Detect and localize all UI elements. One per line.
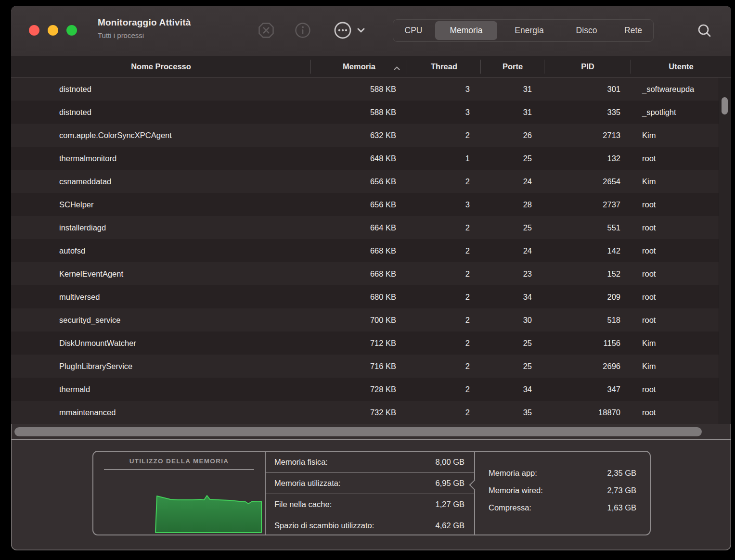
cell-memory: 656 KB xyxy=(311,193,407,216)
horizontal-scrollbar-track[interactable] xyxy=(11,424,731,439)
table-row[interactable]: thermald728 KB234347root xyxy=(11,378,731,401)
column-header-pid[interactable]: PID xyxy=(544,56,631,77)
tab-disco[interactable]: Disco xyxy=(560,20,613,41)
stat-value: 1,27 GB xyxy=(435,500,464,509)
cell-user: Kim xyxy=(631,170,731,193)
title-block: Monitoraggio Attività Tutti i processi xyxy=(98,17,191,39)
table-row[interactable]: securityd_service700 KB230518root xyxy=(11,308,731,331)
cell-user: root xyxy=(631,193,731,216)
cell-ports: 23 xyxy=(481,262,544,285)
view-segmented-control: CPU Memoria Energia Disco Rete xyxy=(393,19,654,42)
column-header-nome-processo[interactable]: Nome Processo xyxy=(11,56,311,77)
table-row[interactable]: SCHelper656 KB3282737root xyxy=(11,193,731,216)
cell-user: root xyxy=(631,216,731,239)
table-row[interactable]: com.apple.ColorSyncXPCAgent632 KB2262713… xyxy=(11,124,731,147)
cell-ports: 25 xyxy=(481,216,544,239)
column-header-porte[interactable]: Porte xyxy=(481,56,544,77)
cell-threads: 2 xyxy=(407,216,481,239)
cell-user: root xyxy=(631,239,731,262)
close-button[interactable] xyxy=(29,25,39,36)
titlebar[interactable]: Monitoraggio Attività Tutti i processi xyxy=(11,6,731,56)
cell-name: PlugInLibraryService xyxy=(11,355,311,378)
cell-memory: 668 KB xyxy=(311,239,407,262)
cell-memory: 728 KB xyxy=(311,378,407,401)
tab-energia[interactable]: Energia xyxy=(499,20,560,41)
zoom-button[interactable] xyxy=(66,25,77,36)
cell-threads: 2 xyxy=(407,355,481,378)
tab-cpu[interactable]: CPU xyxy=(393,20,434,41)
breakdown-value: 1,63 GB xyxy=(607,503,636,512)
table-row[interactable]: csnameddatad656 KB2242654Kim xyxy=(11,170,731,193)
stat-row-file-cache: File nella cache: 1,27 GB xyxy=(266,494,474,515)
table-row[interactable]: thermalmonitord648 KB125132root xyxy=(11,147,731,170)
stat-value: 8,00 GB xyxy=(435,458,464,467)
cell-pid: 518 xyxy=(544,308,631,331)
stat-label: Memoria fisica: xyxy=(274,458,328,467)
tab-rete[interactable]: Rete xyxy=(613,20,653,41)
table-row[interactable]: distnoted588 KB331335_spotlight xyxy=(11,101,731,124)
cell-memory: 668 KB xyxy=(311,262,407,285)
cell-threads: 2 xyxy=(407,170,481,193)
stat-label: File nella cache: xyxy=(274,500,332,509)
cell-name: securityd_service xyxy=(11,308,311,331)
window-subtitle: Tutti i processi xyxy=(98,31,191,39)
chevron-down-icon[interactable] xyxy=(356,27,366,36)
breakdown-row-app: Memoria app: 2,35 GB xyxy=(475,464,650,482)
cell-pid: 2713 xyxy=(544,124,631,147)
vertical-scrollbar-thumb[interactable] xyxy=(722,97,728,115)
column-header-memoria[interactable]: Memoria xyxy=(311,56,407,77)
search-icon xyxy=(696,33,713,40)
table-row[interactable]: PlugInLibraryService716 KB2252696Kim xyxy=(11,355,731,378)
cell-ports: 25 xyxy=(481,331,544,355)
memory-pressure-chart xyxy=(95,474,264,534)
cell-threads: 2 xyxy=(407,308,481,331)
cell-user: root xyxy=(631,285,731,308)
stat-row-memoria-fisica: Memoria fisica: 8,00 GB xyxy=(266,452,474,473)
horizontal-scrollbar-thumb[interactable] xyxy=(14,427,702,436)
table-row[interactable]: multiversed680 KB234209root xyxy=(11,285,731,308)
vertical-scrollbar-track[interactable] xyxy=(719,77,731,424)
column-header-utente[interactable]: Utente xyxy=(631,56,731,77)
stat-value: 6,95 GB xyxy=(435,479,464,488)
cell-ports: 30 xyxy=(481,308,544,331)
table-row[interactable]: DiskUnmountWatcher712 KB2251156Kim xyxy=(11,331,731,355)
cell-threads: 1 xyxy=(407,147,481,170)
search-button[interactable] xyxy=(696,23,713,39)
stat-label: Spazio di scambio utilizzato: xyxy=(274,521,374,530)
cell-ports: 25 xyxy=(481,355,544,378)
cell-name: multiversed xyxy=(11,285,311,308)
options-button[interactable] xyxy=(333,21,352,40)
cell-ports: 31 xyxy=(481,101,544,124)
cell-user: root xyxy=(631,401,731,424)
table-header: Nome Processo Memoria Thread Porte PID U… xyxy=(11,56,731,77)
minimize-button[interactable] xyxy=(48,25,58,36)
column-header-thread[interactable]: Thread xyxy=(407,56,481,77)
cell-pid: 18870 xyxy=(544,401,631,424)
info-circle-icon xyxy=(294,33,311,40)
quit-process-button[interactable] xyxy=(258,22,275,39)
cell-name: distnoted xyxy=(11,77,311,101)
table-row[interactable]: distnoted588 KB331301_softwareupda xyxy=(11,77,731,101)
cell-pid: 301 xyxy=(544,77,631,101)
cell-threads: 2 xyxy=(407,285,481,308)
cell-threads: 3 xyxy=(407,193,481,216)
table-row[interactable]: installerdiagd664 KB225551root xyxy=(11,216,731,239)
inspect-process-button[interactable] xyxy=(294,22,311,39)
cell-ports: 24 xyxy=(481,239,544,262)
cell-name: thermalmonitord xyxy=(11,147,311,170)
cell-user: Kim xyxy=(631,124,731,147)
table-row[interactable]: mmaintenanced732 KB23518870root xyxy=(11,401,731,424)
breakdown-label: Compressa: xyxy=(489,503,531,512)
ellipsis-circle-icon xyxy=(333,34,352,41)
cell-ports: 28 xyxy=(481,193,544,216)
tab-memoria[interactable]: Memoria xyxy=(434,20,499,41)
cell-user: root xyxy=(631,262,731,285)
cell-memory: 680 KB xyxy=(311,285,407,308)
screenshot-stage: Monitoraggio Attività Tutti i processi xyxy=(0,0,735,560)
cell-pid: 2696 xyxy=(544,355,631,378)
table-row[interactable]: KernelEventAgent668 KB223152root xyxy=(11,262,731,285)
table-row[interactable]: autofsd668 KB224142root xyxy=(11,239,731,262)
cell-name: distnoted xyxy=(11,101,311,124)
footer-divider xyxy=(11,439,731,440)
cell-name: csnameddatad xyxy=(11,170,311,193)
